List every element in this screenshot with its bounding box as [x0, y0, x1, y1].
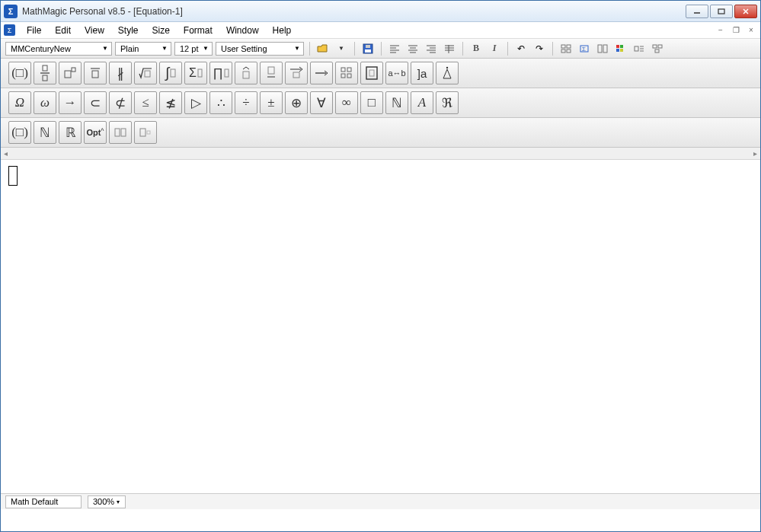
- triangle-symbol-button[interactable]: ▷: [184, 91, 207, 114]
- less-equal-symbol-button[interactable]: ≤: [134, 91, 157, 114]
- align-left-icon[interactable]: [387, 41, 402, 56]
- palette-toggle-2-icon[interactable]: Σ: [577, 41, 592, 56]
- svg-rect-49: [145, 71, 150, 77]
- latin-a-symbol-button[interactable]: A: [411, 91, 433, 114]
- mdi-close-button[interactable]: ×: [745, 25, 757, 36]
- overbar-template-button[interactable]: [84, 62, 107, 84]
- main-toolbar: MMCenturyNew▼ Plain▼ 12 pt▼ User Setting…: [1, 39, 760, 59]
- arrow-over-template-button[interactable]: [285, 62, 308, 84]
- sum-template-button[interactable]: Σ: [184, 62, 207, 84]
- fraktur-r-symbol-button[interactable]: ℜ: [436, 91, 459, 114]
- menu-window[interactable]: Window: [219, 24, 266, 37]
- underbar-template-button[interactable]: [260, 62, 283, 84]
- layout-2-icon[interactable]: [650, 41, 665, 56]
- font-dropdown[interactable]: MMCenturyNew▼: [5, 42, 112, 56]
- undo-icon[interactable]: ↶: [513, 41, 529, 56]
- svg-rect-63: [366, 67, 377, 79]
- maximize-button[interactable]: [710, 5, 733, 18]
- user-real-button[interactable]: ℝ: [59, 121, 82, 144]
- zoom-dropdown[interactable]: 300%▾: [88, 495, 126, 508]
- font-size-dropdown[interactable]: 12 pt▼: [174, 42, 213, 56]
- menu-help[interactable]: Help: [266, 24, 299, 37]
- not-subset-symbol-button[interactable]: ⊄: [109, 91, 132, 114]
- open-icon[interactable]: [315, 41, 331, 56]
- open-dropdown-icon[interactable]: ▼: [334, 41, 349, 56]
- scroll-left-icon[interactable]: ◂: [4, 149, 8, 158]
- hat-template-button[interactable]: [235, 62, 257, 84]
- matrix-template-button[interactable]: [335, 62, 358, 84]
- mdi-minimize-button[interactable]: −: [715, 25, 727, 36]
- svg-rect-46: [72, 68, 75, 72]
- bracket-template-button[interactable]: ]a: [411, 62, 433, 84]
- equation-slot[interactable]: [8, 166, 18, 186]
- dropdown-arrow-icon: ▼: [102, 45, 108, 52]
- menu-size[interactable]: Size: [145, 24, 177, 37]
- long-arrow-template-button[interactable]: [310, 62, 333, 84]
- svg-rect-64: [369, 70, 374, 76]
- svg-rect-24: [567, 45, 571, 48]
- equation-editor[interactable]: [1, 160, 760, 493]
- menu-edit[interactable]: Edit: [48, 24, 78, 37]
- user-palette-row: (□) ℕ ℝ Opt^: [1, 118, 760, 148]
- menu-file[interactable]: File: [20, 24, 48, 37]
- palette-toggle-1-icon[interactable]: [558, 41, 574, 56]
- subset-symbol-button[interactable]: ⊂: [84, 91, 107, 114]
- bold-icon[interactable]: B: [468, 41, 484, 56]
- menu-style[interactable]: Style: [111, 24, 145, 37]
- blackboard-n-symbol-button[interactable]: ℕ: [385, 91, 408, 114]
- svg-rect-31: [616, 45, 619, 48]
- not-less-equal-symbol-button[interactable]: ≰: [159, 91, 182, 114]
- slash-template-button[interactable]: ∦: [109, 62, 132, 84]
- circled-plus-symbol-button[interactable]: ⊕: [285, 91, 308, 114]
- arrow-symbol-button[interactable]: →: [59, 91, 82, 114]
- radical-template-button[interactable]: [134, 62, 157, 84]
- menu-format[interactable]: Format: [177, 24, 219, 37]
- dropdown-arrow-icon: ▼: [203, 45, 209, 52]
- status-style-cell[interactable]: Math Default: [5, 495, 82, 508]
- infinity-symbol-button[interactable]: ∞: [335, 91, 358, 114]
- svg-rect-52: [225, 69, 229, 77]
- mdi-restore-button[interactable]: ❐: [730, 25, 742, 36]
- palette-toggle-3-icon[interactable]: [595, 41, 610, 56]
- therefore-symbol-button[interactable]: ∴: [209, 91, 232, 114]
- minimize-button[interactable]: [686, 5, 708, 18]
- svg-rect-53: [243, 72, 249, 78]
- user-layout-1-button[interactable]: [109, 121, 132, 144]
- align-center-icon[interactable]: [405, 41, 420, 56]
- svg-rect-59: [341, 68, 345, 72]
- product-template-button[interactable]: ∏: [209, 62, 232, 84]
- box-template-button[interactable]: [360, 62, 383, 84]
- forall-symbol-button[interactable]: ∀: [310, 91, 333, 114]
- align-equal-icon[interactable]: [442, 41, 457, 56]
- close-button[interactable]: [734, 5, 757, 18]
- integral-template-button[interactable]: ∫: [159, 62, 182, 84]
- redo-icon[interactable]: ↷: [532, 41, 547, 56]
- separator: [309, 42, 310, 56]
- italic-icon[interactable]: I: [487, 41, 502, 56]
- fraction-template-button[interactable]: [34, 62, 56, 84]
- menu-view[interactable]: View: [78, 24, 111, 37]
- square-symbol-button[interactable]: □: [360, 91, 383, 114]
- lowercase-greek-button[interactable]: ω: [34, 91, 56, 114]
- horizontal-scroll-strip[interactable]: ◂ ▸: [1, 148, 760, 160]
- user-setting-dropdown[interactable]: User Setting▼: [216, 42, 304, 56]
- save-icon[interactable]: [360, 41, 376, 56]
- script-template-button[interactable]: [59, 62, 82, 84]
- accent-template-button[interactable]: [436, 62, 459, 84]
- uppercase-greek-button[interactable]: Ω: [8, 91, 31, 114]
- svg-rect-66: [115, 129, 120, 136]
- separator: [462, 42, 463, 56]
- user-layout-2-button[interactable]: [134, 121, 157, 144]
- user-natural-button[interactable]: ℕ: [34, 121, 56, 144]
- scroll-right-icon[interactable]: ▸: [753, 149, 757, 158]
- user-fence-button[interactable]: (□): [8, 121, 31, 144]
- color-palette-icon[interactable]: [613, 41, 628, 56]
- user-opt-button[interactable]: Opt^: [84, 121, 107, 144]
- plus-minus-symbol-button[interactable]: ±: [260, 91, 283, 114]
- spacing-template-button[interactable]: a↔b: [385, 62, 408, 84]
- align-right-icon[interactable]: [424, 41, 439, 56]
- fence-template-button[interactable]: (□): [8, 62, 31, 84]
- font-style-dropdown[interactable]: Plain▼: [115, 42, 171, 56]
- divide-symbol-button[interactable]: ÷: [235, 91, 257, 114]
- layout-1-icon[interactable]: [632, 41, 647, 56]
